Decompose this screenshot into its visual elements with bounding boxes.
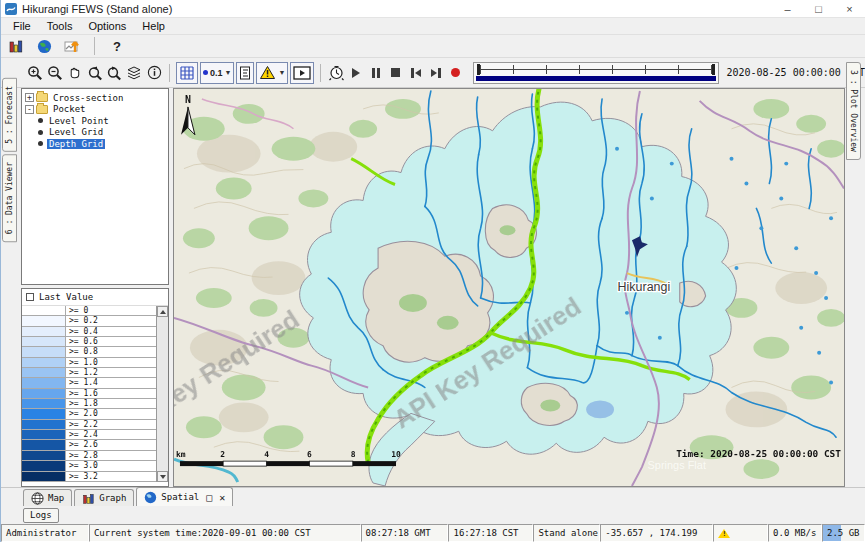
map-canvas: API Key Required API Key Required Hikura… [174, 89, 844, 486]
wire-globe-icon [31, 492, 44, 505]
legend-row: >= 1.0 [22, 358, 156, 368]
info-icon [147, 65, 162, 80]
threshold-dropdown[interactable]: 0.1 ▼ [200, 62, 234, 84]
animation-movie-button[interactable] [290, 62, 314, 84]
pan-button[interactable] [65, 62, 85, 84]
legend-row: >= 0.6 [22, 337, 156, 347]
zoom-out-button[interactable] [45, 62, 65, 84]
legend-label: >= 2.8 [66, 451, 156, 460]
tree-item-level-grid[interactable]: Level Grid [22, 127, 168, 139]
map-view[interactable]: API Key Required API Key Required Hikura… [173, 88, 845, 487]
tree-item-pocket[interactable]: - Pocket [22, 104, 168, 116]
time-slider-handle-end[interactable] [712, 64, 715, 75]
legend-panel: Last Value >= 0 >= 0.2 >= 0.4 >= 0.6 >= … [21, 288, 169, 487]
legend-label: >= 1.0 [66, 358, 156, 367]
stop-button[interactable] [386, 62, 406, 84]
status-throughput: 0.0 MB/s [768, 524, 822, 542]
collapse-icon[interactable]: - [25, 105, 34, 114]
left-tab-strip: 5 : Forecast 6 : Data Viewer [1, 88, 21, 487]
legend-swatch [22, 306, 66, 315]
status-coordinates: -35.657 , 174.199 [600, 524, 713, 542]
last-value-checkbox[interactable] [26, 293, 34, 301]
menu-file[interactable]: File [5, 20, 39, 32]
legend-label: >= 2.2 [66, 420, 156, 429]
legend-label: >= 3.2 [66, 472, 156, 481]
town-label: Hikurangi [618, 280, 671, 294]
menu-help[interactable]: Help [134, 20, 173, 32]
minimize-button[interactable]: – [772, 0, 803, 17]
legend-header: Last Value [22, 289, 168, 306]
thresholds-warning-dropdown[interactable]: ▼ [256, 62, 288, 84]
zoom-in-button[interactable] [25, 62, 45, 84]
chart-arrow-icon [64, 38, 81, 54]
tab-maximize-icon[interactable]: □ [206, 492, 212, 503]
app-logo-icon [5, 3, 17, 15]
legend-row: >= 2.0 [22, 409, 156, 419]
legend-swatch [22, 420, 66, 429]
tab-graph[interactable]: Graph [74, 489, 134, 506]
tab-close-icon[interactable]: ✕ [219, 492, 225, 503]
menu-tools[interactable]: Tools [39, 20, 81, 32]
map-display-button[interactable] [33, 35, 55, 57]
tab-forecast[interactable]: 5 : Forecast [2, 78, 17, 152]
zoom-previous-button[interactable] [85, 62, 105, 84]
maximize-button[interactable]: □ [803, 0, 834, 17]
tab-plot-overview[interactable]: 3 : Plot Overview [846, 62, 861, 160]
play-button[interactable] [346, 62, 366, 84]
tree-item-level-point[interactable]: Level Point [22, 115, 168, 127]
bullet-icon [38, 130, 43, 135]
zoom-next-button[interactable] [105, 62, 125, 84]
map-legend-button[interactable] [236, 62, 254, 84]
current-time-label: 2020-08-25 00:00:00 CST [726, 67, 864, 78]
scroll-down-icon[interactable] [157, 471, 168, 482]
status-local-time: 16:27:18 CST [448, 524, 533, 542]
legend-row: >= 1.2 [22, 368, 156, 378]
timeseries-dialog-button[interactable] [61, 35, 83, 57]
scroll-up-icon[interactable] [157, 306, 168, 317]
tab-map[interactable]: Map [23, 489, 72, 506]
info-button[interactable] [144, 62, 164, 84]
tab-label: Graph [99, 493, 126, 503]
legend-title: Last Value [39, 292, 93, 302]
expand-icon[interactable]: + [25, 93, 34, 102]
record-button[interactable] [446, 62, 466, 84]
legend-row: >= 2.2 [22, 420, 156, 430]
database-button[interactable] [5, 35, 27, 57]
time-slider-handle-start[interactable] [477, 64, 480, 75]
legend-scrollbar[interactable] [156, 306, 168, 482]
menu-options[interactable]: Options [80, 20, 134, 32]
help-button[interactable]: ? [106, 35, 128, 57]
tab-spatial[interactable]: Spatial □ ✕ [136, 487, 233, 506]
tab-data-viewer[interactable]: 6 : Data Viewer [2, 154, 17, 242]
tree-item-label-selected: Depth Grid [47, 139, 105, 149]
legend-row: >= 3.2 [22, 472, 156, 482]
legend-label: >= 2.4 [66, 430, 156, 439]
step-forward-button[interactable] [426, 62, 446, 84]
threshold-value: 0.1 [210, 68, 223, 78]
grid-display-button[interactable] [176, 62, 198, 84]
time-slider[interactable] [473, 62, 719, 84]
tree-item-depth-grid[interactable]: Depth Grid [22, 138, 168, 150]
legend-row: >= 1.8 [22, 399, 156, 409]
legend-row: >= 0.2 [22, 316, 156, 326]
legend-label: >= 0 [66, 306, 156, 315]
legend-swatch [22, 368, 66, 377]
legend-label: >= 0.2 [66, 316, 156, 325]
animation-timer-button[interactable] [326, 62, 346, 84]
legend-label: >= 1.6 [66, 389, 156, 398]
flood-deep-patch [586, 400, 614, 418]
layer-tree: + Cross-section - Pocket Level Point Lev… [21, 88, 169, 285]
scale-unit: km [176, 450, 186, 459]
layers-button[interactable] [124, 62, 144, 84]
scale-tick: 6 [307, 450, 312, 459]
pause-button[interactable] [366, 62, 386, 84]
logs-button[interactable]: Logs [23, 508, 59, 523]
close-button[interactable]: × [834, 0, 865, 17]
step-back-button[interactable] [406, 62, 426, 84]
logs-row: Logs [1, 506, 865, 524]
legend-swatch [22, 347, 66, 356]
legend-swatch [22, 451, 66, 460]
bullet-icon [38, 141, 43, 146]
legend-swatch [22, 461, 66, 470]
step-back-icon [411, 68, 421, 78]
